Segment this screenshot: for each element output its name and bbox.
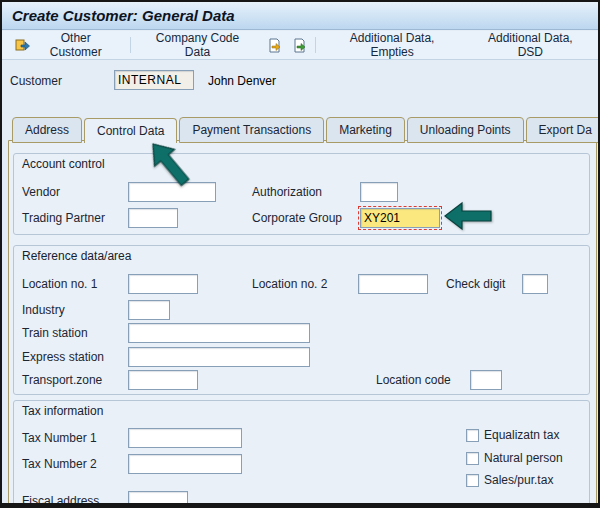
- additional-data-empties-button[interactable]: Additional Data, Empties: [322, 28, 463, 62]
- check-digit-label: Check digit: [446, 274, 505, 294]
- sales-pur-tax-checkbox[interactable]: Sales/pur.tax: [466, 473, 553, 487]
- natural-person-checkbox[interactable]: Natural person: [466, 451, 563, 465]
- train-station-label: Train station: [22, 323, 88, 343]
- tab-marketing[interactable]: Marketing: [326, 117, 405, 143]
- transport-zone-input[interactable]: [128, 370, 198, 390]
- location-code-input[interactable]: [470, 370, 502, 390]
- location2-label: Location no. 2: [252, 274, 327, 294]
- tab-export-data[interactable]: Export Da: [526, 117, 600, 143]
- content-panel: Account control Vendor Authorization Tra…: [8, 140, 597, 508]
- transport-zone-label: Transport.zone: [22, 370, 102, 390]
- annotation-arrow-corporate-group-field: [444, 201, 492, 231]
- industry-label: Industry: [22, 300, 65, 320]
- toolbar-separator: [315, 37, 316, 53]
- tax-number2-input[interactable]: [128, 454, 242, 474]
- account-control-title: Account control: [22, 157, 105, 171]
- application-toolbar: Other Customer Company Code Data Additio…: [2, 31, 598, 60]
- additional-data-empties-label: Additional Data, Empties: [328, 31, 457, 59]
- reference-data-title: Reference data/area: [22, 249, 131, 263]
- trading-partner-input[interactable]: [128, 208, 178, 228]
- tab-export-data-label: Export Da: [539, 123, 592, 137]
- other-customer-icon: [14, 37, 30, 53]
- checkbox-icon: [466, 452, 479, 465]
- sales-pur-tax-label: Sales/pur.tax: [484, 473, 553, 487]
- vendor-label: Vendor: [22, 182, 60, 202]
- tab-address-label: Address: [25, 123, 69, 137]
- tax-information-group: Tax information Tax Number 1 Tax Number …: [13, 400, 590, 508]
- corporate-group-label: Corporate Group: [252, 208, 342, 228]
- tab-payment-transactions-label: Payment Transactions: [192, 123, 311, 137]
- company-code-data-label: Company Code Data: [142, 31, 252, 59]
- additional-data-dsd-button[interactable]: Additional Data, DSD: [469, 28, 592, 62]
- natural-person-label: Natural person: [484, 451, 563, 465]
- tab-unloading-points[interactable]: Unloading Points: [407, 117, 524, 143]
- corporate-group-input[interactable]: [360, 208, 440, 228]
- document-arrow-yellow-icon[interactable]: [265, 36, 284, 55]
- other-customer-button[interactable]: Other Customer: [8, 28, 124, 62]
- tax-information-title: Tax information: [22, 404, 103, 418]
- other-customer-label: Other Customer: [34, 31, 118, 59]
- tax-number1-input[interactable]: [128, 428, 242, 448]
- customer-name: John Denver: [208, 74, 276, 88]
- tab-strip: Address Control Data Payment Transaction…: [12, 117, 600, 143]
- location1-input[interactable]: [128, 274, 198, 294]
- location1-label: Location no. 1: [22, 274, 97, 294]
- window-titlebar: Create Customer: General Data: [2, 2, 598, 30]
- trading-partner-label: Trading Partner: [22, 208, 105, 228]
- equalizatn-tax-label: Equalizatn tax: [484, 428, 559, 442]
- tab-unloading-points-label: Unloading Points: [420, 123, 511, 137]
- location2-input[interactable]: [358, 274, 428, 294]
- page-title: Create Customer: General Data: [12, 7, 235, 24]
- express-station-label: Express station: [22, 347, 104, 367]
- customer-input[interactable]: [114, 70, 194, 90]
- toolbar-separator: [130, 37, 131, 53]
- account-control-group: Account control Vendor Authorization Tra…: [13, 153, 590, 235]
- equalizatn-tax-checkbox[interactable]: Equalizatn tax: [466, 428, 559, 442]
- train-station-input[interactable]: [128, 323, 310, 343]
- additional-data-dsd-label: Additional Data, DSD: [475, 31, 586, 59]
- industry-input[interactable]: [128, 300, 170, 320]
- checkbox-icon: [466, 474, 479, 487]
- sap-window: Create Customer: General Data Other Cust…: [0, 0, 600, 508]
- checkbox-icon: [466, 429, 479, 442]
- tab-control-data-label: Control Data: [97, 124, 164, 138]
- tax-number1-label: Tax Number 1: [22, 428, 97, 448]
- customer-label: Customer: [10, 74, 62, 88]
- check-digit-input[interactable]: [522, 274, 548, 294]
- location-code-label: Location code: [376, 370, 451, 390]
- tax-number2-label: Tax Number 2: [22, 454, 97, 474]
- authorization-label: Authorization: [252, 182, 322, 202]
- reference-data-group: Reference data/area Location no. 1 Locat…: [13, 245, 590, 395]
- company-code-data-button[interactable]: Company Code Data: [136, 28, 258, 62]
- tab-marketing-label: Marketing: [339, 123, 392, 137]
- tab-payment-transactions[interactable]: Payment Transactions: [179, 117, 324, 143]
- express-station-input[interactable]: [128, 347, 310, 367]
- fiscal-address-input[interactable]: [128, 491, 188, 508]
- fiscal-address-label: Fiscal address: [22, 491, 99, 508]
- document-arrow-green-icon[interactable]: [290, 36, 309, 55]
- tab-address[interactable]: Address: [12, 117, 82, 143]
- customer-header: Customer John Denver: [2, 60, 598, 102]
- authorization-input[interactable]: [360, 182, 398, 202]
